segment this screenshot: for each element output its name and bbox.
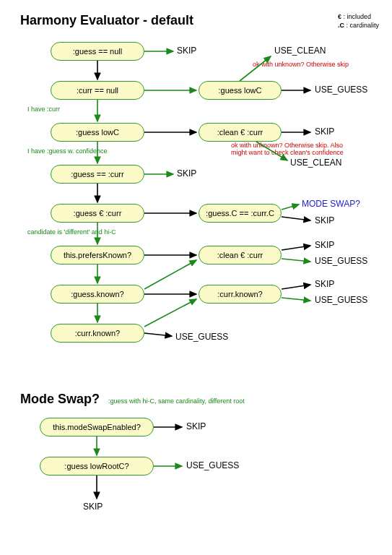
note-red-2a: ok with unknown? Otherwise skip. Also	[231, 142, 343, 149]
node-cardinality-eq: :guess.C == :curr.C	[199, 204, 282, 223]
outcome-use-clean-top: USE_CLEAN	[274, 46, 326, 56]
note-candidate-diff: candidate is 'different' and hi-C	[27, 228, 116, 236]
node-mode-swap-enabled: this.modeSwapEnabled?	[40, 418, 154, 436]
svg-line-17	[282, 217, 310, 220]
legend: € : included .C : cardinality	[338, 13, 379, 30]
outcome-use-guess-4: USE_GUESS	[175, 332, 228, 342]
outcome-mode-swap: MODE SWAP?	[302, 199, 360, 209]
outcome-skip-4: SKIP	[315, 215, 334, 225]
node-guess-null: :guess == null	[51, 42, 144, 61]
mode-swap-title: Mode Swap?	[20, 392, 100, 407]
page-title: Harmony Evaluator - default	[20, 13, 193, 28]
outcome-use-guess-3: USE_GUESS	[315, 295, 367, 305]
outcome-use-clean-2: USE_CLEAN	[290, 158, 341, 168]
outcome-skip-3: SKIP	[177, 168, 196, 178]
outcome-skip-1: SKIP	[177, 46, 196, 56]
note-have-guess-conf: I have :guess w. confidence	[27, 147, 108, 155]
node-prefers-known: this.prefersKnown?	[51, 246, 144, 264]
svg-line-19	[282, 246, 310, 250]
node-curr-known-right: :curr.known?	[199, 285, 282, 304]
outcome-ms-skip-1: SKIP	[186, 421, 206, 431]
outcome-ms-use-guess: USE_GUESS	[186, 460, 239, 470]
note-have-curr: I have :curr	[27, 106, 60, 113]
node-guess-eq-curr: :guess == :curr	[51, 165, 144, 184]
svg-line-22	[144, 260, 196, 289]
node-curr-null: :curr == null	[51, 81, 144, 100]
node-guess-lowc: :guess lowC	[51, 123, 144, 142]
node-clean-in-curr-2: :clean € :curr	[199, 246, 282, 264]
note-red-1: ok with unknown? Otherwise skip	[253, 61, 349, 68]
node-guess-low-rootc: :guess lowRootC?	[40, 457, 154, 476]
svg-line-24	[282, 298, 310, 301]
legend-text-1: : included	[341, 13, 371, 20]
mode-swap-subtitle: :guess with hi-C, same cardinality, diff…	[108, 397, 245, 405]
outcome-skip-6: SKIP	[315, 279, 334, 289]
svg-line-26	[144, 299, 196, 327]
legend-text-2: : cardinality	[344, 22, 379, 29]
svg-line-20	[282, 259, 310, 262]
outcome-use-guess-2: USE_GUESS	[315, 256, 367, 266]
outcome-skip-5: SKIP	[315, 240, 334, 250]
note-red-2b: might want to check clean's confidence	[231, 149, 344, 156]
svg-line-23	[282, 285, 310, 289]
node-guess-in-curr: :guess € :curr	[51, 204, 144, 223]
outcome-ms-skip-2: SKIP	[83, 502, 103, 512]
svg-line-25	[144, 333, 172, 336]
node-curr-known: :curr.known?	[51, 324, 144, 343]
outcome-skip-2: SKIP	[315, 126, 334, 137]
node-clean-in-curr-1: :clean € :curr	[199, 123, 282, 142]
node-guess-known: :guess.known?	[51, 285, 144, 304]
svg-line-16	[282, 205, 299, 210]
node-guess-lowc-right: :guess lowC	[199, 81, 282, 100]
outcome-use-guess-1: USE_GUESS	[315, 85, 367, 95]
legend-sym-2: .C	[338, 22, 344, 29]
